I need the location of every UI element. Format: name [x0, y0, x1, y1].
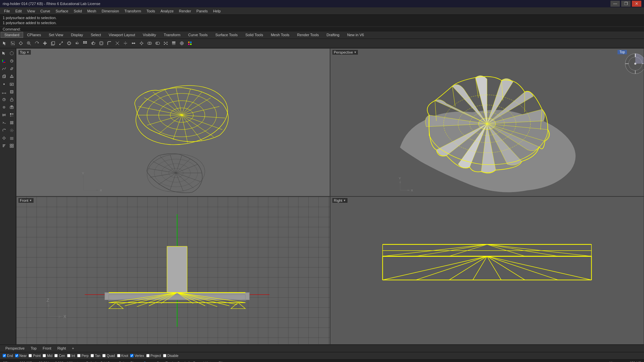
viewport-front-label[interactable]: Front ▼ — [18, 198, 34, 203]
snap-int-checkbox[interactable] — [67, 354, 70, 357]
tab-select[interactable]: Select — [87, 32, 105, 38]
snap-perp-checkbox[interactable] — [77, 354, 80, 357]
tool-mirror-icon[interactable] — [73, 40, 81, 47]
snap-perp[interactable]: Perp — [77, 354, 89, 358]
bottom-tab-right[interactable]: Right — [55, 346, 69, 351]
snap-knot-checkbox[interactable] — [117, 354, 120, 357]
tool-points-icon[interactable] — [162, 40, 169, 47]
snap-cen-checkbox[interactable] — [54, 354, 58, 357]
menu-file[interactable]: File — [1, 8, 13, 14]
snap-point-checkbox[interactable] — [29, 354, 32, 357]
viewport-right-label[interactable]: Right ▼ — [332, 198, 347, 203]
tab-standard[interactable]: Standard — [1, 32, 23, 38]
viewport-top-dropdown[interactable]: ▼ — [26, 51, 30, 54]
sidebar-dimension-icon[interactable] — [1, 88, 7, 95]
sidebar-lasso-icon[interactable] — [8, 50, 15, 57]
sidebar-curve-icon[interactable] — [1, 65, 7, 72]
snap-vertex-checkbox[interactable] — [130, 354, 133, 357]
sidebar-script-icon[interactable] — [1, 119, 7, 126]
tool-layer-icon[interactable] — [170, 40, 177, 47]
snap-near-checkbox[interactable] — [15, 354, 18, 357]
tool-scale-icon[interactable] — [57, 40, 65, 47]
tool-material-icon[interactable] — [186, 40, 194, 47]
sidebar-annotation-icon[interactable] — [8, 81, 15, 87]
snap-end-checkbox[interactable] — [3, 354, 6, 357]
viewport-front-dropdown[interactable]: ▼ — [29, 199, 32, 202]
tool-explode-icon[interactable] — [138, 40, 145, 47]
command-input[interactable] — [21, 27, 89, 31]
sidebar-linetype-icon[interactable] — [1, 112, 7, 118]
snap-int[interactable]: Int — [67, 354, 75, 358]
tab-new-in-v6[interactable]: New in V6 — [343, 32, 368, 38]
tool-rotate3d-icon[interactable] — [65, 40, 73, 47]
sidebar-solid-icon[interactable] — [1, 73, 7, 80]
menu-transform[interactable]: Transform — [122, 8, 144, 14]
sidebar-panmode-icon[interactable] — [1, 135, 7, 141]
sidebar-history-icon[interactable] — [1, 96, 7, 103]
tab-drafting[interactable]: Drafting — [323, 32, 343, 38]
tab-curve-tools[interactable]: Curve Tools — [184, 32, 211, 38]
sidebar-surface-icon[interactable] — [8, 65, 15, 72]
snap-tan-checkbox[interactable] — [91, 354, 94, 357]
tool-trim-icon[interactable] — [114, 40, 121, 47]
snap-vertex[interactable]: Vertex — [130, 354, 144, 358]
menu-tools[interactable]: Tools — [144, 8, 158, 14]
tool-render-icon[interactable] — [178, 40, 185, 47]
viewport-right-dropdown[interactable]: ▼ — [343, 199, 346, 202]
snap-cen[interactable]: Cen — [54, 354, 65, 358]
viewport-perspective[interactable]: Perspective ▼ Top — [330, 48, 644, 196]
snap-disable-checkbox[interactable] — [163, 354, 166, 357]
tool-select-icon[interactable] — [1, 40, 8, 47]
tool-extrude-icon[interactable] — [90, 40, 97, 47]
tool-window-select-icon[interactable] — [9, 40, 16, 47]
viewport-top[interactable]: Top ▼ Y X — [16, 48, 330, 196]
sidebar-view-icon[interactable] — [1, 104, 7, 111]
tool-boolean-diff-icon[interactable] — [154, 40, 161, 47]
snap-tan[interactable]: Tan — [91, 354, 100, 358]
window-controls[interactable]: — ❐ ✕ — [610, 1, 641, 7]
tool-move-icon[interactable] — [41, 40, 49, 47]
menu-analyze[interactable]: Analyze — [158, 8, 176, 14]
tool-array-icon[interactable] — [82, 40, 89, 47]
sidebar-snap-icon[interactable] — [8, 127, 15, 134]
sidebar-point-icon[interactable] — [1, 81, 7, 87]
sidebar-properties-icon[interactable] — [1, 142, 7, 149]
viewport-perspective-dropdown[interactable]: ▼ — [354, 51, 357, 54]
sidebar-display-icon[interactable] — [8, 112, 15, 118]
tab-mesh-tools[interactable]: Mesh Tools — [267, 32, 293, 38]
viewport-top-label[interactable]: Top ▼ — [18, 50, 31, 55]
snap-mid-checkbox[interactable] — [43, 354, 46, 357]
minimize-button[interactable]: — — [610, 1, 620, 7]
tool-copy-icon[interactable] — [49, 40, 57, 47]
tool-rotate-icon[interactable] — [33, 40, 41, 47]
tab-setview[interactable]: Set View — [45, 32, 67, 38]
tool-split-icon[interactable] — [122, 40, 129, 47]
sidebar-hatch-icon[interactable] — [8, 88, 15, 95]
maximize-button[interactable]: ❐ — [621, 1, 631, 7]
snap-quad-checkbox[interactable] — [102, 354, 106, 357]
sidebar-mesh-icon[interactable] — [8, 73, 15, 80]
tab-solid-tools[interactable]: Solid Tools — [241, 32, 267, 38]
menu-help[interactable]: Help — [210, 8, 223, 14]
viewport-front[interactable]: Front ▼ Z X — [16, 196, 330, 345]
tab-render-tools[interactable]: Render Tools — [293, 32, 323, 38]
snap-quad[interactable]: Quad — [102, 354, 115, 358]
snap-project[interactable]: Project — [146, 354, 161, 358]
tab-visibility[interactable]: Visibility — [139, 32, 160, 38]
sidebar-grid2-icon[interactable] — [8, 142, 15, 149]
sidebar-lock-icon[interactable] — [8, 96, 15, 103]
close-button[interactable]: ✕ — [632, 1, 641, 7]
snap-near[interactable]: Near — [15, 354, 27, 358]
sidebar-layer2-icon[interactable] — [8, 135, 15, 141]
menu-panels[interactable]: Panels — [194, 8, 211, 14]
sidebar-gumball-icon[interactable] — [1, 58, 7, 64]
menu-view[interactable]: View — [24, 8, 38, 14]
tool-fillet-icon[interactable] — [106, 40, 113, 47]
snap-mid[interactable]: Mid — [43, 354, 52, 358]
snap-point[interactable]: Point — [29, 354, 41, 358]
bottom-tab-top[interactable]: Top — [28, 346, 39, 351]
menu-solid[interactable]: Solid — [71, 8, 85, 14]
bottom-tab-front[interactable]: Front — [40, 346, 54, 351]
tool-offset-icon[interactable] — [98, 40, 105, 47]
snap-project-checkbox[interactable] — [146, 354, 150, 357]
